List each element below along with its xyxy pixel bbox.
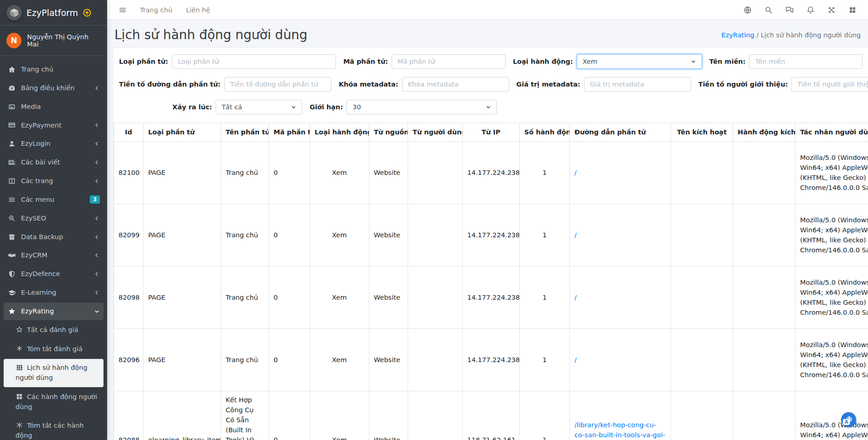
sidebar-subitem-lich-su-hanh-dong[interactable]: Lịch sử hành động người dùng [4, 359, 103, 387]
apps-grid-button[interactable] [843, 3, 862, 17]
col-header-action-count: Số hành động [520, 123, 570, 142]
sidebar-item-cac-menu[interactable]: Các menu 3 [4, 191, 103, 209]
col-header-element-type: Loại phần tử [144, 123, 221, 142]
element-path-link[interactable]: / [574, 231, 577, 239]
breadcrumb-parent-link[interactable]: EzyRating [722, 31, 754, 39]
path-prefix-input[interactable] [224, 77, 331, 92]
sidebar-item-ezypayment[interactable]: EzyPayment [4, 117, 103, 134]
cell-action-count: 1 [520, 142, 570, 204]
cell-trigger-action [733, 391, 796, 440]
grid-icon [848, 6, 857, 14]
sidebar-toggle-button[interactable] [114, 3, 132, 17]
upgrade-arrow-circle-icon[interactable] [83, 8, 92, 17]
action-type-label: Loại hành động: [513, 58, 573, 65]
cell-trigger-action [733, 266, 796, 329]
sidebar-item-cac-bai-viet[interactable]: Các bài viết [4, 153, 103, 171]
cell-trigger-name [671, 329, 733, 391]
cell-element-name: Trang chủ [221, 142, 269, 204]
cell-element-name: Trang chủ [221, 329, 269, 391]
limit-select[interactable]: 30 [346, 100, 497, 114]
cell-from-ip: 14.177.224.238 [463, 266, 520, 329]
graduation-cap-icon [7, 289, 16, 297]
credit-card-icon [7, 121, 16, 129]
language-button[interactable] [739, 3, 757, 17]
metadata-value-input[interactable] [584, 77, 691, 92]
cell-action-type: Xem [310, 391, 369, 440]
metadata-value-label: Giá trị metadata: [517, 81, 580, 88]
cell-action-type: Xem [310, 329, 369, 391]
box-icon [7, 233, 16, 241]
element-type-input[interactable] [172, 54, 336, 69]
chevron-left-icon [94, 234, 100, 240]
sidebar-subitem-tat-ca-danh-gia[interactable]: Tất cả đánh giá [4, 321, 103, 339]
action-type-select[interactable]: Xem [577, 54, 702, 69]
element-type-label: Loại phần tử: [119, 58, 168, 65]
breadcrumb-current: Lịch sử hành động người dùng [761, 31, 861, 39]
columns-icon [7, 177, 16, 185]
chevron-down-icon [291, 104, 296, 110]
cell-from-user [408, 329, 463, 391]
sidebar-item-ezylogin[interactable]: EzyLogin [4, 135, 103, 153]
chevron-down-icon [486, 104, 491, 110]
sidebar-item-trang-chu[interactable]: Trang chủ [4, 61, 103, 78]
domain-input[interactable] [749, 54, 863, 69]
search-plus-icon [7, 215, 16, 222]
sidebar-subitem-tom-tat-danh-gia[interactable]: Tóm tắt đánh giá [4, 340, 103, 358]
col-header-element-name: Tên phần tử [221, 123, 269, 142]
sidebar-subitem-tom-tat-cac-hanh-dong[interactable]: Tóm tắt các hành động [4, 417, 103, 440]
cell-action-count: 1 [520, 266, 570, 329]
cell-trigger-name [671, 266, 733, 329]
messages-button[interactable] [780, 3, 799, 17]
notifications-button[interactable] [801, 3, 820, 17]
element-path-link[interactable]: / [574, 356, 577, 363]
sidebar-item-cac-trang[interactable]: Các trang [4, 172, 103, 190]
occurred-at-select[interactable]: Tất cả [216, 100, 302, 114]
shield-icon [7, 270, 16, 278]
chevron-left-icon [94, 85, 100, 91]
user-icon [7, 140, 16, 148]
sidebar-menu: Trang chủ Bảng điều khiển Media EzyPayme… [0, 56, 107, 440]
cell-user-agent: Mozilla/5.0 (Windows NT 10.0; Win64; x64… [796, 329, 868, 391]
sidebar-item-ezycrm[interactable]: EzyCRM [4, 246, 103, 264]
element-code-input[interactable] [392, 54, 506, 69]
bell-icon [806, 6, 815, 14]
navbar-link-home[interactable]: Trang chủ [134, 4, 178, 16]
asterisk-icon [16, 345, 23, 352]
element-path-link[interactable]: / [574, 294, 577, 301]
chevron-left-icon [94, 178, 100, 184]
menu-count-badge: 3 [90, 195, 100, 204]
cell-element-path: / [570, 204, 671, 266]
sidebar-subitem-cac-hanh-dong[interactable]: Các hành động người dùng [4, 388, 103, 416]
ezyplatform-logo-icon [6, 5, 22, 20]
brand-name: EzyPlatform [26, 8, 78, 18]
tachometer-icon [7, 84, 16, 92]
cell-source: Website [369, 329, 408, 391]
sidebar-item-ezydefence[interactable]: EzyDefence [4, 265, 103, 283]
avatar: N [6, 33, 21, 48]
navbar-link-contact[interactable]: Liên hệ [181, 4, 216, 16]
brand[interactable]: EzyPlatform [0, 0, 107, 26]
chevron-down-icon [691, 59, 696, 64]
cell-trigger-name [671, 391, 733, 440]
element-path-link[interactable]: / [574, 169, 577, 176]
translate-float-button[interactable]: A [841, 412, 856, 427]
cell-action-count: 1 [520, 329, 570, 391]
sidebar-item-bang-dieu-khien[interactable]: Bảng điều khiển [4, 79, 103, 97]
cell-source: Website [369, 391, 408, 440]
sidebar-item-data-backup[interactable]: Data Backup [4, 228, 103, 246]
user-panel[interactable]: N Nguyễn Thị Quỳnh Mai [0, 26, 107, 56]
cell-element-path: / [570, 266, 671, 329]
breadcrumb: EzyRating / Lịch sử hành động người dùng [722, 31, 861, 39]
fullscreen-button[interactable] [822, 3, 841, 17]
sidebar-item-media[interactable]: Media [4, 98, 103, 116]
metadata-key-input[interactable] [402, 77, 509, 92]
sidebar-item-ezyseo[interactable]: EzySEO [4, 210, 103, 227]
cell-from-user [408, 142, 463, 204]
sidebar-item-elearning[interactable]: E-Learning [4, 284, 103, 302]
col-header-source: Từ nguồn [369, 123, 408, 142]
cell-element-code: 0 [269, 142, 310, 204]
sidebar-item-ezyrating[interactable]: EzyRating [4, 302, 103, 320]
search-button[interactable] [760, 3, 778, 17]
element-path-link[interactable]: /library/ket-hop-cong-cu-co-san-built-in… [574, 421, 665, 440]
referrer-prefix-input[interactable] [791, 77, 868, 92]
